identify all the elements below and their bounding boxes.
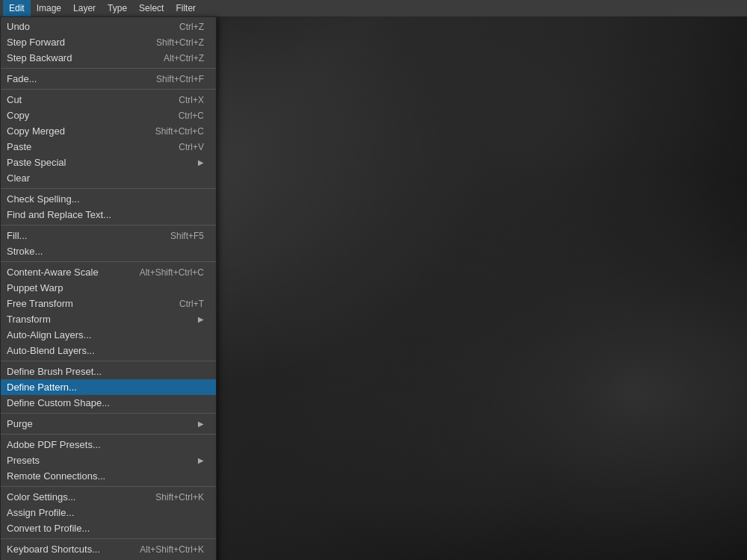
separator-10: [1, 538, 216, 539]
menu-item-check-spelling[interactable]: Check Spelling...: [1, 191, 216, 207]
menu-item-auto-align-layers[interactable]: Auto-Align Layers...: [1, 327, 216, 343]
menu-item-menus[interactable]: Menus... Alt+Shift+Ctrl+M: [1, 557, 216, 560]
menu-item-copy-merged[interactable]: Copy Merged Shift+Ctrl+C: [1, 123, 216, 139]
menu-item-content-aware-scale[interactable]: Content-Aware Scale Alt+Shift+Ctrl+C: [1, 264, 216, 280]
menu-item-assign-profile[interactable]: Assign Profile...: [1, 505, 216, 520]
separator-7: [1, 413, 216, 414]
separator-6: [1, 361, 216, 361]
menubar-item-type[interactable]: Type: [102, 0, 133, 16]
menu-item-define-brush-preset[interactable]: Define Brush Preset...: [1, 364, 216, 379]
menu-item-adobe-pdf-presets[interactable]: Adobe PDF Presets...: [1, 437, 216, 452]
separator-5: [1, 261, 216, 262]
menu-item-step-backward[interactable]: Step Backward Alt+Ctrl+Z: [1, 50, 216, 66]
menu-item-auto-blend-layers[interactable]: Auto-Blend Layers...: [1, 343, 216, 358]
menu-item-fill[interactable]: Fill... Shift+F5: [1, 228, 216, 243]
menu-item-purge[interactable]: Purge ▶: [1, 416, 216, 432]
menu-item-define-pattern[interactable]: Define Pattern...: [1, 379, 216, 395]
menu-item-convert-to-profile[interactable]: Convert to Profile...: [1, 520, 216, 536]
separator-1: [1, 68, 216, 69]
submenu-arrow-transform: ▶: [198, 315, 204, 323]
menu-item-find-replace[interactable]: Find and Replace Text...: [1, 207, 216, 223]
submenu-arrow-paste-special: ▶: [198, 158, 204, 167]
menu-item-puppet-warp[interactable]: Puppet Warp: [1, 280, 216, 296]
menu-item-color-settings[interactable]: Color Settings... Shift+Ctrl+K: [1, 489, 216, 505]
menu-item-clear[interactable]: Clear: [1, 170, 216, 186]
menubar-item-image[interactable]: Image: [31, 0, 67, 16]
menu-item-keyboard-shortcuts[interactable]: Keyboard Shortcuts... Alt+Shift+Ctrl+K: [1, 541, 216, 557]
menu-item-copy[interactable]: Copy Ctrl+C: [1, 108, 216, 123]
menubar-item-select[interactable]: Select: [133, 0, 170, 16]
menubar-item-edit[interactable]: Edit: [3, 0, 31, 16]
separator-8: [1, 434, 216, 435]
menu-item-paste[interactable]: Paste Ctrl+V: [1, 139, 216, 155]
submenu-arrow-purge: ▶: [198, 420, 204, 428]
menubar-item-filter[interactable]: Filter: [170, 0, 202, 16]
menubar: Edit Image Layer Type Select Filter: [0, 0, 747, 16]
separator-3: [1, 188, 216, 189]
menu-item-paste-special[interactable]: Paste Special ▶: [1, 155, 216, 170]
menubar-item-layer[interactable]: Layer: [67, 0, 102, 16]
menu-item-define-custom-shape[interactable]: Define Custom Shape...: [1, 395, 216, 411]
menu-item-transform[interactable]: Transform ▶: [1, 311, 216, 327]
menu-item-remote-connections[interactable]: Remote Connections...: [1, 468, 216, 484]
edit-menu-dropdown: Undo Ctrl+Z Step Forward Shift+Ctrl+Z St…: [0, 16, 217, 560]
menu-item-stroke[interactable]: Stroke...: [1, 243, 216, 259]
separator-9: [1, 486, 216, 487]
menu-item-cut[interactable]: Cut Ctrl+X: [1, 92, 216, 108]
separator-2: [1, 89, 216, 90]
separator-4: [1, 225, 216, 225]
submenu-arrow-presets: ▶: [198, 456, 204, 464]
menu-item-free-transform[interactable]: Free Transform Ctrl+T: [1, 296, 216, 311]
menu-item-step-forward[interactable]: Step Forward Shift+Ctrl+Z: [1, 34, 216, 50]
menu-item-undo[interactable]: Undo Ctrl+Z: [1, 19, 216, 34]
menu-item-presets[interactable]: Presets ▶: [1, 452, 216, 468]
menu-item-fade[interactable]: Fade... Shift+Ctrl+F: [1, 71, 216, 87]
